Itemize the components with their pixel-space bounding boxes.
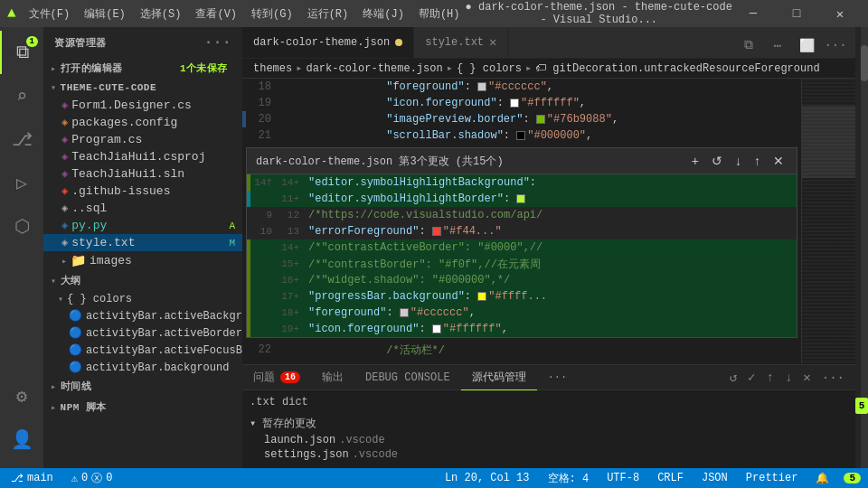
activity-run[interactable]: ▷ [0,161,43,204]
sidebar-menu-button[interactable]: ··· [204,34,231,51]
scm-item-launch[interactable]: launch.json .vscode [250,433,848,447]
tab-debug-console[interactable]: DEBUG CONSOLE [354,365,461,390]
file-sln[interactable]: ◈ TeachJiaHui1.sln [43,165,242,183]
menu-file[interactable]: 文件(F) [24,5,76,23]
activity-explorer[interactable]: ⧉ 1 [0,31,43,74]
diff-panel-header: dark-color-theme.json 第3个更改 (共15个) + ↺ ↓… [247,148,797,174]
formatter[interactable]: Prettier [742,472,802,484]
git-file-icon: ◈ [61,184,68,198]
outline-active-bg[interactable]: 🔵 activityBar.activeBackground [43,307,242,324]
activity-source-control[interactable]: ⎇ [0,117,43,161]
notifications[interactable]: 🔔 [812,472,833,485]
scm-group-header-staged[interactable]: ▾ 暂存的更改 [250,414,848,433]
window-controls[interactable]: ─ □ ✕ [732,0,861,27]
branch-indicator[interactable]: ⎇ main [7,472,57,485]
commit-button[interactable]: ✓ [744,368,759,387]
diff-add-button[interactable]: + [688,152,703,170]
tab-problems[interactable]: 问题 16 [242,365,311,390]
code-line-21: 21 "scrollBar.shadow": "#000000", [242,127,801,144]
file-github[interactable]: ◈ .github-issues [43,183,242,200]
file-packages[interactable]: ◈ packages.config [43,114,242,131]
outline-section[interactable]: ▾ 大纲 [43,270,242,291]
scm-group-label: .txt dict [250,396,308,408]
language-mode[interactable]: JSON [698,472,731,484]
menu-select[interactable]: 选择(S) [135,5,187,23]
breadcrumb-colors[interactable]: { } colors [457,62,522,75]
maximize-button[interactable]: □ [776,0,817,27]
diff-line: 15+ /*"contrastBorder": "#f0f",//在元素周 [247,256,797,272]
diff-revert-button[interactable]: ↺ [708,152,726,170]
menu-goto[interactable]: 转到(G) [246,5,298,23]
tab-source-control[interactable]: 源代码管理 [461,365,537,390]
chevron-down-icon: ▾ [51,82,57,93]
menu-run[interactable]: 运行(R) [302,5,354,23]
activity-search[interactable]: ⌕ [0,74,43,117]
more-tabs-button[interactable]: ⋯ [765,33,790,58]
menu-edit[interactable]: 编辑(E) [79,5,131,23]
activity-extensions[interactable]: ⬡ [0,204,43,248]
activity-account[interactable]: 👤 [0,418,43,461]
outline-active-border[interactable]: 🔵 activityBar.activeBorder [43,324,242,342]
scm-item-settings[interactable]: settings.json .vscode [250,447,848,462]
tab-style[interactable]: style.txt ✕ [414,27,508,58]
outline-colors[interactable]: ▾ { } colors [43,291,242,307]
open-editors-section[interactable]: ▸ 打开的编辑器 1个未保存 [43,58,242,79]
outline-active-focus[interactable]: 🔵 activityBar.activeFocusBorder [43,342,242,359]
error-icon: ⓧ [91,471,102,486]
file-form1[interactable]: ◈ Form1.Designer.cs [43,97,242,114]
panel-more-button[interactable]: ··· [818,369,848,387]
menu-view[interactable]: 查看(V) [190,5,242,23]
menu-help[interactable]: 帮助(H) [413,5,466,23]
panel-down-button[interactable]: ↓ [781,369,796,387]
folder-images[interactable]: ▸ 📁 images [43,251,242,270]
menu-bar[interactable]: 文件(F) 编辑(E) 选择(S) 查看(V) 转到(G) 运行(R) 终端(J… [24,5,466,23]
file-program[interactable]: ◈ Program.cs [43,131,242,148]
breadcrumb-themes[interactable]: themes [253,62,292,75]
scm-group-header[interactable]: .txt dict [250,394,848,410]
tab-output[interactable]: 输出 [311,365,354,390]
problems-label: 问题 [253,370,275,385]
project-section[interactable]: ▾ THEME-CUTE-CODE [43,79,242,97]
menu-terminal[interactable]: 终端(J) [357,5,410,23]
more-actions-button[interactable]: ··· [823,33,848,58]
code-editor[interactable]: 18 "foreground": "#cccccc", 19 "icon.for… [242,79,801,364]
refresh-button[interactable]: ↺ [726,368,741,387]
file-style[interactable]: ◈ style.txt M [43,234,242,251]
file-sql[interactable]: ◈ ..sql [43,200,242,217]
cursor-position[interactable]: Ln 20, Col 13 [441,472,533,484]
tab-more[interactable]: ··· [537,365,579,390]
encoding[interactable]: UTF-8 [603,472,643,484]
diff-close-button[interactable]: ✕ [769,152,788,170]
tab-dark-color-theme[interactable]: dark-color-theme.json [242,27,414,58]
split-editor-button[interactable]: ⧉ [736,33,761,58]
activity-settings[interactable]: ⚙ [0,374,43,418]
line-ending[interactable]: CRLF [654,472,687,484]
encoding-label: UTF-8 [607,472,639,484]
breadcrumb-sep: ▸ [447,61,453,75]
breadcrumb-key[interactable]: 🏷 gitDecoration.untrackedResourceForegro… [535,61,819,75]
panel-up-button[interactable]: ↑ [763,369,778,387]
scrollbar-thumb[interactable] [861,45,868,81]
chevron-down-icon: ▾ [51,276,57,286]
diff-next-button[interactable]: ↓ [731,152,745,170]
minimize-button[interactable]: ─ [732,0,774,27]
editor-layout-button[interactable]: ⬜ [794,33,819,58]
close-button[interactable]: ✕ [819,0,861,27]
outline-background[interactable]: 🔵 activityBar.background [43,359,242,376]
indentation[interactable]: 空格: 4 [544,471,593,486]
settings-icon: ⚙ [16,385,27,408]
file-label: style.txt [71,236,135,249]
file-py[interactable]: ◈ py.py A [43,217,242,234]
panel-close-button[interactable]: ✕ [799,368,814,387]
live-share-badge[interactable]: 5 [844,473,861,483]
errors-indicator[interactable]: ⚠ 0 ⓧ 0 [68,471,117,486]
file-csproj[interactable]: ◈ TeachJiaHui1.csproj [43,148,242,165]
tab-close-icon[interactable]: ✕ [489,34,496,50]
timeline-section[interactable]: ▸ 时间线 [43,376,242,397]
breadcrumb-file[interactable]: dark-color-theme.json [306,62,442,75]
npm-section[interactable]: ▸ NPM 脚本 [43,397,242,418]
diff-line: 10 13 "errorForeground": "#f44..." [247,223,797,239]
diff-old-num [250,307,278,318]
diff-prev-button[interactable]: ↑ [750,152,764,170]
run-icon: ▷ [16,172,27,194]
